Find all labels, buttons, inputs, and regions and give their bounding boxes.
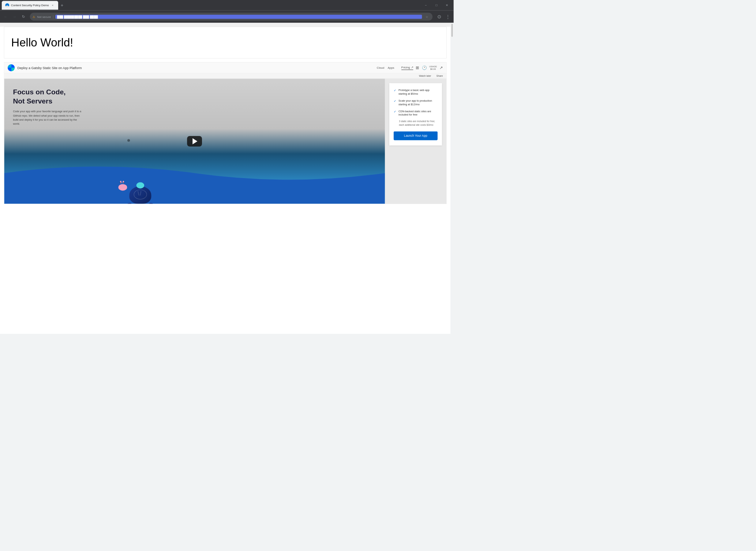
menu-icon: ⋮ [446, 14, 450, 19]
promo-description: Code your app with your favorite languag… [13, 109, 83, 126]
watch-later-button[interactable]: Watch later [419, 75, 431, 77]
window-controls: − □ ✕ [421, 2, 452, 9]
reload-button[interactable]: ↻ [19, 13, 27, 21]
scrollbar[interactable] [450, 23, 453, 334]
forward-icon: → [13, 15, 16, 19]
mascot-pink [119, 184, 127, 191]
separator: | [53, 15, 53, 19]
address-bar-actions: ☆ [424, 14, 430, 20]
nav-link-apps[interactable]: Apps [388, 66, 394, 69]
youtube-embed-section: Deploy a Gatsby Static Site on App Platf… [4, 63, 447, 204]
feature-item-1: ✓ Prototype a basic web app starting at … [394, 88, 438, 96]
tab-title: Content Security Policy Demo [11, 4, 49, 7]
not-secure-label: Not secure [37, 15, 51, 18]
sidebar-card-wrapper: ✓ Prototype a basic web app starting at … [385, 79, 446, 204]
navigation-bar: ← → ↻ ⚠ Not secure | ███ █████████ ███ █… [0, 11, 454, 23]
close-button[interactable]: ✕ [442, 2, 452, 9]
browser-tab[interactable]: Content Security Policy Demo × [2, 1, 58, 10]
address-bar[interactable]: ⚠ Not secure | ███ █████████ ███ ████ ☆ [30, 13, 433, 21]
share-icon[interactable]: ↗ [439, 65, 443, 70]
video-main-area: Focus on Code,Not Servers Code your app … [4, 79, 385, 204]
share-label: Share [437, 75, 443, 77]
scrollbar-thumb[interactable] [452, 24, 453, 37]
browser-window: Content Security Policy Demo × + − □ ✕ ←… [0, 0, 454, 334]
back-icon: ← [4, 15, 8, 19]
share-button[interactable]: Share [437, 75, 443, 77]
digitalocean-logo [8, 64, 15, 71]
check-icon-2: ✓ [394, 99, 396, 103]
maximize-button[interactable]: □ [432, 2, 441, 9]
feature-item-3: ✓ CDN-backed static sites are included f… [394, 109, 438, 117]
play-icon [192, 138, 197, 144]
page-content: Hello World! Deploy a Gatsby Static Site… [0, 23, 454, 334]
play-button[interactable] [187, 136, 202, 147]
nav-link-cloud[interactable]: Cloud [377, 66, 384, 69]
tab-close-button[interactable]: × [50, 3, 55, 7]
page-title: Hello World! [11, 36, 439, 49]
hello-world-section: Hello World! [4, 27, 447, 59]
new-tab-button[interactable]: + [59, 2, 65, 8]
check-icon-3: ✓ [394, 110, 396, 113]
launch-app-button[interactable]: Launch Your App [394, 131, 438, 140]
profile-icon: ⊙ [437, 14, 441, 20]
bookmark-icon: ☆ [426, 15, 428, 19]
youtube-action-row: Watch later Share [4, 73, 446, 79]
bookmark-button[interactable]: ☆ [424, 14, 430, 20]
pricing-sidebar-card: ✓ Prototype a basic web app starting at … [389, 83, 442, 146]
title-bar: Content Security Policy Demo × + − □ ✕ [0, 0, 454, 11]
feature-item-2: ✓ Scale your app to production starting … [394, 99, 438, 106]
watch-later-label: Watch later [419, 75, 431, 77]
mascot-turtle [130, 186, 151, 204]
clock-icon[interactable]: 🕐 [422, 65, 427, 70]
minimize-button[interactable]: − [421, 2, 431, 9]
mascot-area [119, 186, 151, 204]
check-icon-1: ✓ [394, 89, 396, 93]
url-display[interactable]: ███ █████████ ███ ████ [55, 15, 422, 19]
security-warning-icon: ⚠ [33, 15, 35, 19]
youtube-actions: Pricing ↗ ⊞ 🕐 USAGE$0.00 ↗ [401, 65, 443, 70]
youtube-top-bar: Deploy a Gatsby Static Site on App Platf… [4, 63, 446, 73]
feature-text-3: CDN-backed static sites are included for… [398, 109, 438, 117]
feature-text-1: Prototype a basic web app starting at $5… [398, 88, 438, 96]
profile-button[interactable]: ⊙ [435, 13, 443, 21]
wave-svg [4, 156, 385, 204]
youtube-content-area: Focus on Code,Not Servers Code your app … [4, 79, 446, 204]
usage-badge: USAGE$0.00 [429, 65, 437, 70]
feature-note: 3 static sites are included for free;eac… [394, 120, 438, 127]
menu-button[interactable]: ⋮ [444, 13, 452, 21]
tab-favicon [5, 3, 9, 7]
apps-icon[interactable]: ⊞ [416, 65, 419, 70]
video-title: Deploy a Gatsby Static Site on App Platf… [17, 66, 374, 70]
forward-button[interactable]: → [11, 13, 19, 21]
reload-icon: ↻ [22, 15, 25, 19]
pricing-link[interactable]: Pricing ↗ [401, 66, 413, 70]
feature-text-2: Scale your app to production starting at… [398, 99, 438, 106]
promo-headline: Focus on Code,Not Servers [13, 88, 92, 106]
back-button[interactable]: ← [2, 13, 10, 21]
wave-section [4, 156, 385, 204]
youtube-nav-links: Cloud Apps [377, 66, 394, 69]
